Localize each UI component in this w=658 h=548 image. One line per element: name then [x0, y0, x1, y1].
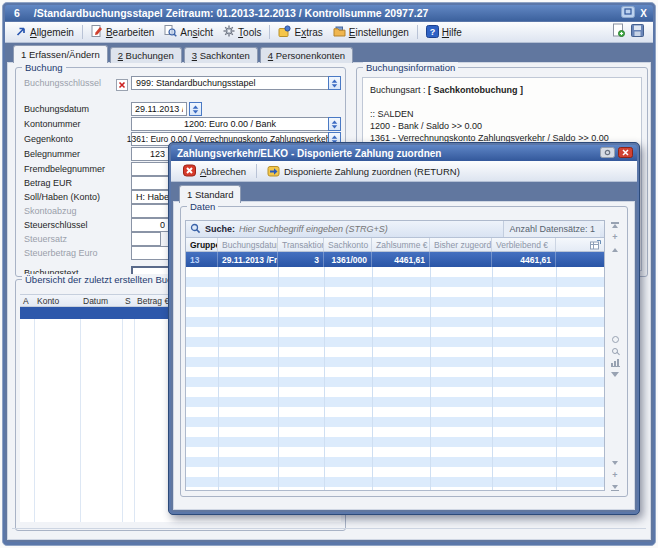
search-label: Suche: [205, 224, 235, 234]
steuerschluessel-label: Steuerschlüssel [24, 220, 131, 230]
column-separator [278, 267, 279, 490]
dialog-workarea: 1 Standard Daten Suche: Anzahl Datensätz… [171, 182, 637, 512]
gear-icon [223, 25, 235, 39]
search-icon [190, 223, 201, 236]
buchung-legend: Buchung [22, 62, 66, 73]
empty-rows-area[interactable] [186, 267, 604, 490]
column-separator [556, 267, 557, 490]
dialog-close-icon[interactable] [618, 147, 633, 160]
skontoabzug-label: Skontoabzug [24, 206, 131, 216]
column-separator [80, 319, 81, 522]
zahlungsverkehr-dialog: Zahlungsverkehr/ELKO - Disponierte Zahlu… [168, 142, 640, 515]
tab-personenkonten[interactable]: 4 Personenkonten [260, 47, 353, 63]
chart-icon[interactable] [611, 359, 620, 367]
search-bar: Suche: Anzahl Datensätze: 1 [186, 221, 604, 238]
save-icon[interactable] [631, 23, 644, 41]
buchungsdatum-input[interactable] [131, 102, 187, 116]
toolbar-separator [256, 164, 257, 178]
window-number: 6 [14, 7, 20, 19]
restore-window-icon[interactable] [621, 6, 635, 20]
arrow-ne-icon [15, 25, 27, 39]
menubar: Allgemein Bearbeiten Ansicht Tools Extra… [5, 22, 653, 43]
menu-tools[interactable]: Tools [218, 23, 266, 41]
betrag-label: Betrag EUR [24, 178, 131, 188]
column-separator [492, 267, 493, 490]
abbrechen-button[interactable]: Abbrechen [176, 161, 253, 182]
tab-sachkonten[interactable]: 3 Sachkonten [184, 47, 258, 63]
spinner-icon[interactable] [328, 76, 341, 90]
tab-standard[interactable]: 1 Standard [179, 185, 241, 203]
dialog-tabs: 1 Standard [179, 185, 241, 203]
menu-ansicht[interactable]: Ansicht [159, 23, 218, 41]
menu-einstellungen[interactable]: Einstellungen [328, 24, 414, 41]
buchungsschluessel-label: Buchungsschlüssel [24, 78, 116, 88]
kontonummer-label: Kontonummer [24, 119, 131, 129]
main-tabs: 1 Erfassen/Ändern 2 Buchungen 3 Sachkont… [13, 45, 353, 63]
dialog-panel: Daten Suche: Anzahl Datensätze: 1 Gruppe… [173, 201, 635, 510]
table-header: Gruppe Buchungsdatum Transaktion Sachkon… [186, 238, 604, 252]
column-separator [218, 267, 219, 490]
buchungsinformation-legend: Buchungsinformation [363, 62, 458, 73]
panel-bottom-divider [12, 528, 646, 529]
record-indicator-icon[interactable] [612, 336, 619, 343]
settings-folder-icon [333, 26, 346, 39]
titlebar: 6 /Standardbuchungsstapel Zeitraum: 01.2… [5, 5, 653, 21]
column-separator [122, 319, 123, 522]
menu-allgemein[interactable]: Allgemein [10, 23, 79, 41]
go-last-icon[interactable] [611, 484, 619, 491]
dialog-titlebar: Zahlungsverkehr/ELKO - Disponierte Zahlu… [171, 145, 637, 161]
column-separator [324, 267, 325, 490]
menu-hilfe[interactable]: ? Hilfe [421, 23, 467, 42]
view-magnifier-icon [164, 25, 177, 39]
steuerbetrag-label: Steuerbetrag Euro [24, 248, 131, 258]
dialog-title: Zahlungsverkehr/ELKO - Disponierte Zahlu… [177, 148, 441, 159]
buchungsschluessel-combo[interactable]: 999: Standardbuchungsstapel [131, 76, 341, 90]
assign-payment-icon [267, 164, 280, 179]
search-record-icon[interactable] [612, 348, 618, 354]
record-navigation-strip: + + [607, 220, 623, 491]
menu-separator [269, 25, 270, 39]
menu-separator [82, 25, 83, 39]
steuerschluessel-input[interactable] [131, 218, 169, 232]
new-entry-icon[interactable] [612, 23, 625, 41]
tab-erfassen-aendern[interactable]: 1 Erfassen/Ändern [13, 45, 108, 63]
go-first-icon[interactable] [611, 222, 619, 229]
steuersatz-input[interactable] [131, 232, 161, 246]
dialog-pin-icon[interactable] [600, 147, 615, 160]
column-separator [372, 267, 373, 490]
disponierte-zahlung-zuordnen-button[interactable]: Disponierte Zahlung zuordnen (RETURN) [260, 161, 467, 182]
extras-icon [278, 25, 291, 39]
clear-key-icon[interactable] [116, 77, 128, 89]
add-icon[interactable]: + [612, 472, 617, 479]
buchungsdatum-label: Buchungsdatum [24, 104, 131, 114]
belegnummer-input[interactable] [131, 147, 169, 161]
belegnummer-label: Belegnummer [24, 149, 131, 159]
filter-icon[interactable] [611, 372, 619, 377]
add-icon[interactable]: + [612, 234, 617, 241]
steuersatz-label: Steuersatz [24, 234, 131, 244]
spinner-icon[interactable] [189, 102, 202, 116]
menu-separator [417, 25, 418, 39]
menu-extras[interactable]: Extras [273, 23, 327, 41]
menu-bearbeiten[interactable]: Bearbeiten [86, 23, 159, 41]
search-input[interactable] [239, 224, 499, 234]
close-window-button[interactable]: X [640, 8, 647, 19]
grid-copy-icon[interactable] [556, 238, 604, 251]
record-count: Anzahl Datensätze: 1 [503, 221, 600, 237]
window-title: /Standardbuchungsstapel Zeitraum: 01.201… [34, 7, 428, 19]
payments-table: Suche: Anzahl Datensätze: 1 Gruppe Buchu… [185, 220, 605, 491]
kontonummer-combo[interactable]: 1200: Euro 0.00 / Bank [131, 117, 341, 131]
edit-document-icon [91, 25, 103, 39]
spinner-icon[interactable] [328, 117, 341, 131]
go-next-icon[interactable] [611, 460, 619, 467]
buchungsart-value: [ Sachkontobuchung ] [428, 85, 523, 95]
fremdbelegnummer-label: Fremdbelegnummer [24, 164, 131, 174]
column-separator [430, 267, 431, 490]
sollhaben-label: Soll/Haben (Konto) [24, 192, 131, 202]
help-icon: ? [426, 25, 439, 40]
dialog-toolbar: Abbrechen Disponierte Zahlung zuordnen (… [171, 161, 637, 182]
tab-buchungen[interactable]: 2 Buchungen [110, 47, 182, 63]
column-separator [34, 319, 35, 522]
go-previous-icon[interactable] [611, 246, 619, 253]
table-row-selected[interactable]: 13 29.11.2013 /Fr 3 1361/000 4461,61 446… [186, 252, 604, 267]
